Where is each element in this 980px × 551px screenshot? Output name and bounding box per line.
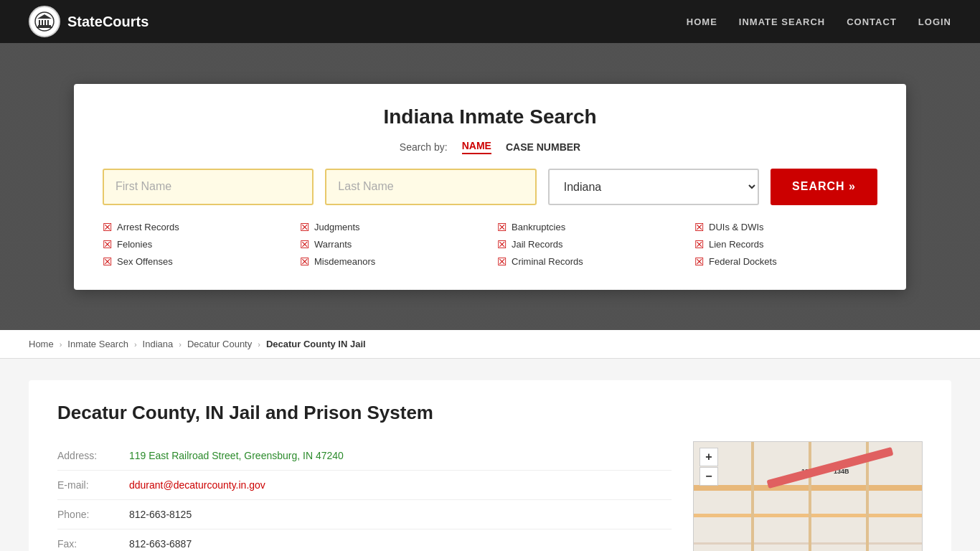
state-select[interactable]: Indiana — [548, 169, 759, 205]
search-button[interactable]: SEARCH » — [771, 169, 877, 205]
breadcrumb-current: Decatur County IN Jail — [266, 339, 366, 349]
checkbox-jail-records: ☒ Jail Records — [497, 238, 680, 251]
content-card: Decatur County, IN Jail and Prison Syste… — [29, 380, 951, 551]
fax-label: Fax: — [57, 538, 115, 550]
search-by-row: Search by: NAME CASE NUMBER — [103, 140, 877, 154]
nav-home[interactable]: HOME — [687, 17, 717, 27]
checkbox-label: Arrest Records — [117, 222, 179, 232]
checkbox-warrants: ☒ Warrants — [300, 238, 483, 251]
main-nav: HOME INMATE SEARCH CONTACT LOGIN — [687, 17, 951, 27]
checkbox-icon: ☒ — [497, 255, 507, 268]
breadcrumb-sep1: › — [60, 340, 62, 349]
svg-marker-4 — [37, 14, 52, 19]
content-with-map: Address: 119 East Railroad Street, Green… — [57, 441, 923, 551]
logo-text: StateCourts — [67, 14, 149, 30]
search-card-title: Indiana Inmate Search — [103, 105, 877, 128]
logo-icon — [29, 6, 60, 37]
svg-rect-8 — [47, 20, 49, 25]
breadcrumb-decatur-county[interactable]: Decatur County — [187, 339, 252, 349]
checkboxes-area: ☒ Arrest Records ☒ Judgments ☒ Bankruptc… — [103, 221, 877, 268]
map-zoom-out[interactable]: − — [699, 467, 718, 486]
search-by-label: Search by: — [400, 141, 448, 153]
checkbox-label: Bankruptcies — [512, 222, 565, 232]
breadcrumb-sep4: › — [258, 340, 260, 349]
address-label: Address: — [57, 450, 115, 461]
checkbox-icon: ☒ — [694, 255, 704, 268]
checkbox-icon: ☒ — [300, 255, 309, 268]
nav-contact[interactable]: CONTACT — [847, 17, 897, 27]
svg-rect-1 — [38, 25, 51, 27]
checkbox-label: Warrants — [314, 239, 352, 250]
first-name-input[interactable] — [103, 169, 314, 205]
checkbox-felonies: ☒ Felonies — [103, 238, 286, 251]
address-value: 119 East Railroad Street, Greensburg, IN… — [129, 450, 344, 461]
breadcrumb-indiana[interactable]: Indiana — [143, 339, 174, 349]
tab-name[interactable]: NAME — [462, 140, 491, 154]
search-card: Indiana Inmate Search Search by: NAME CA… — [74, 84, 906, 290]
checkbox-label: Federal Dockets — [709, 256, 777, 267]
main-content: Decatur County, IN Jail and Prison Syste… — [0, 359, 980, 551]
checkbox-icon: ☒ — [694, 221, 704, 234]
checkbox-label: Sex Offenses — [117, 256, 173, 267]
checkbox-duis-dwis: ☒ DUIs & DWIs — [694, 221, 877, 234]
checkbox-label: Criminal Records — [512, 256, 583, 267]
header: StateCourts HOME INMATE SEARCH CONTACT L… — [0, 0, 980, 43]
search-inputs-row: Indiana SEARCH » — [103, 169, 877, 205]
checkbox-label: Lien Records — [709, 239, 764, 250]
phone-label: Phone: — [57, 509, 115, 520]
breadcrumb-sep3: › — [179, 340, 182, 349]
checkbox-label: Misdemeanors — [314, 256, 375, 267]
map-section: 134A 134B + − — [693, 441, 923, 551]
info-row-fax: Fax: 812-663-6887 — [57, 529, 672, 551]
email-label: E-mail: — [57, 479, 115, 491]
checkbox-sex-offenses: ☒ Sex Offenses — [103, 255, 286, 268]
breadcrumb-home[interactable]: Home — [29, 339, 54, 349]
checkbox-icon: ☒ — [300, 221, 309, 234]
map-controls: + − — [699, 448, 718, 486]
checkbox-label: Felonies — [117, 239, 152, 250]
map-background — [694, 442, 922, 551]
nav-login[interactable]: LOGIN — [918, 17, 951, 27]
svg-rect-2 — [37, 27, 52, 28]
checkbox-icon: ☒ — [300, 238, 309, 251]
checkbox-label: DUIs & DWIs — [709, 222, 764, 232]
checkbox-federal-dockets: ☒ Federal Dockets — [694, 255, 877, 268]
tab-case-number[interactable]: CASE NUMBER — [506, 141, 580, 153]
checkbox-icon: ☒ — [103, 238, 112, 251]
svg-rect-7 — [44, 20, 46, 25]
svg-rect-5 — [39, 20, 40, 25]
page-title: Decatur County, IN Jail and Prison Syste… — [57, 402, 923, 424]
map-zoom-in[interactable]: + — [699, 448, 718, 466]
checkbox-icon: ☒ — [694, 238, 704, 251]
map-road — [694, 542, 922, 545]
info-row-email: E-mail: ddurant@decaturcounty.in.gov — [57, 471, 672, 500]
breadcrumb-inmate-search[interactable]: Inmate Search — [67, 339, 128, 349]
checkbox-icon: ☒ — [103, 221, 112, 234]
checkbox-judgments: ☒ Judgments — [300, 221, 483, 234]
checkbox-lien-records: ☒ Lien Records — [694, 238, 877, 251]
checkbox-icon: ☒ — [103, 255, 112, 268]
checkbox-bankruptcies: ☒ Bankruptcies — [497, 221, 680, 234]
nav-inmate-search[interactable]: INMATE SEARCH — [739, 17, 825, 27]
info-row-address: Address: 119 East Railroad Street, Green… — [57, 441, 672, 471]
breadcrumb: Home › Inmate Search › Indiana › Decatur… — [0, 330, 980, 359]
info-section: Address: 119 East Railroad Street, Green… — [57, 441, 672, 551]
fax-value: 812-663-6887 — [129, 538, 192, 550]
last-name-input[interactable] — [325, 169, 536, 205]
hero-section: COURTHOUSE Indiana Inmate Search Search … — [0, 43, 980, 330]
map-road — [751, 442, 754, 551]
map-road — [809, 442, 811, 551]
logo-area: StateCourts — [29, 6, 149, 37]
checkbox-label: Judgments — [314, 222, 360, 232]
breadcrumb-sep2: › — [134, 340, 137, 349]
checkbox-misdemeanors: ☒ Misdemeanors — [300, 255, 483, 268]
email-value: ddurant@decaturcounty.in.gov — [129, 479, 265, 491]
email-link[interactable]: ddurant@decaturcounty.in.gov — [129, 479, 265, 491]
svg-rect-6 — [42, 20, 43, 25]
checkbox-icon: ☒ — [497, 238, 507, 251]
map-road — [694, 514, 922, 517]
checkbox-criminal-records: ☒ Criminal Records — [497, 255, 680, 268]
checkbox-icon: ☒ — [497, 221, 507, 234]
info-row-phone: Phone: 812-663-8125 — [57, 500, 672, 529]
map-road — [694, 485, 922, 491]
